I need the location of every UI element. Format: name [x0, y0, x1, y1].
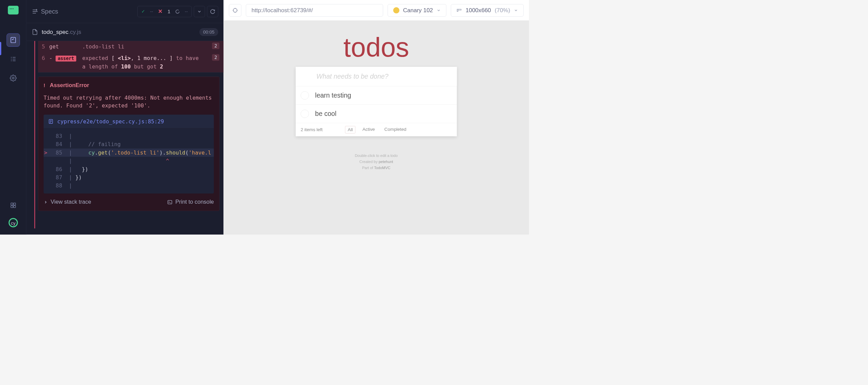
- selector-playground-button[interactable]: [229, 4, 241, 17]
- error-file-link[interactable]: cypress/e2e/todo_spec.cy.js:85:29: [44, 115, 214, 128]
- todo-item[interactable]: be cool: [296, 105, 457, 123]
- fail-indicator: [34, 41, 35, 228]
- reporter-header: Specs ✓-- ✕1 --: [26, 0, 223, 23]
- nav-runs-icon[interactable]: [6, 53, 20, 66]
- print-to-console-link[interactable]: Print to console: [167, 199, 214, 205]
- svg-point-7: [12, 77, 14, 79]
- todos-heading: todos: [234, 32, 519, 63]
- todo-footer: 2 items left All Active Completed: [296, 123, 457, 136]
- new-todo-input[interactable]: [296, 67, 457, 86]
- chevron-down-icon: [514, 8, 518, 12]
- spec-file-row[interactable]: todo_spec.cy.js 00:05: [26, 23, 223, 41]
- pending-count: --: [185, 9, 188, 14]
- todo-checkbox[interactable]: [301, 91, 309, 99]
- fail-icon: ✕: [158, 8, 162, 15]
- file-ext: .cy.js: [68, 28, 81, 35]
- file-icon: [32, 29, 38, 35]
- count-badge: 2: [212, 43, 219, 49]
- todo-list: learn testing be cool: [296, 86, 457, 123]
- command-row[interactable]: 6 - assert expected [ <li>, 1 more... ] …: [38, 53, 223, 73]
- error-title: !AssertionError: [44, 82, 214, 89]
- pass-count: --: [150, 9, 153, 14]
- pass-icon: ✓: [141, 9, 145, 14]
- svg-rect-9: [14, 203, 16, 205]
- svg-point-20: [233, 8, 237, 12]
- error-message: Timed out retrying after 4000ms: Not eno…: [44, 94, 214, 109]
- author-link[interactable]: petehunt: [379, 160, 393, 164]
- viewport-selector[interactable]: 1000x660 (70%): [451, 4, 524, 17]
- browser-selector[interactable]: Canary 102: [388, 4, 447, 17]
- svg-rect-11: [14, 206, 16, 208]
- chevron-right-icon: [44, 200, 48, 204]
- nav-keyboard-icon[interactable]: [6, 199, 20, 212]
- active-indicator: [0, 42, 1, 55]
- filter-all[interactable]: All: [345, 126, 356, 134]
- timer: 00:05: [199, 28, 218, 36]
- cypress-logo-icon[interactable]: cy: [8, 218, 18, 228]
- terminal-icon: [167, 199, 173, 205]
- items-left: 2 items left: [301, 127, 323, 133]
- filter-completed[interactable]: Completed: [382, 126, 409, 134]
- app-viewport: todos learn testing be cool 2 items left…: [223, 21, 529, 235]
- nav-rail: cy: [0, 0, 26, 235]
- reporter-panel: Specs ✓-- ✕1 -- todo_spec.cy.js 00:05: [26, 0, 223, 235]
- project-logo-icon[interactable]: [8, 6, 19, 15]
- url-display[interactable]: http://localhost:62739/#/: [246, 4, 383, 17]
- code-frame: 83| 84| // failing >85| cy.get('.todo-li…: [44, 128, 214, 194]
- file-icon: [48, 119, 54, 124]
- filter-active[interactable]: Active: [360, 126, 377, 134]
- test-status: ✓-- ✕1 --: [137, 6, 192, 17]
- svg-rect-8: [11, 203, 13, 205]
- app-preview-panel: http://localhost:62739/#/ Canary 102 100…: [223, 0, 529, 235]
- command-log: 5 get .todo-list li 2 6 - assert expecte…: [26, 41, 223, 235]
- command-row[interactable]: 5 get .todo-list li 2: [38, 41, 223, 53]
- specs-label[interactable]: Specs: [41, 8, 58, 15]
- assert-badge: assert: [56, 56, 76, 62]
- svg-rect-10: [11, 206, 13, 208]
- error-panel: !AssertionError Timed out retrying after…: [38, 77, 219, 211]
- canary-icon: [393, 7, 399, 13]
- todo-checkbox[interactable]: [301, 110, 309, 118]
- chevron-down-icon: [437, 8, 441, 12]
- todo-app: learn testing be cool 2 items left All A…: [296, 67, 457, 136]
- specs-menu-icon[interactable]: [32, 8, 39, 15]
- nav-settings-icon[interactable]: [6, 72, 20, 85]
- count-badge: 2: [212, 54, 219, 61]
- reload-button[interactable]: [207, 6, 218, 17]
- file-name: todo_spec: [42, 28, 68, 35]
- svg-rect-18: [168, 200, 172, 204]
- ruler-icon: [456, 7, 462, 13]
- fail-count: 1: [167, 8, 170, 14]
- svg-rect-0: [11, 37, 16, 43]
- todo-item[interactable]: learn testing: [296, 86, 457, 105]
- view-stack-trace-link[interactable]: View stack trace: [44, 199, 91, 205]
- warning-icon: !: [44, 82, 45, 88]
- browser-toolbar: http://localhost:62739/#/ Canary 102 100…: [223, 0, 529, 21]
- target-icon: [232, 7, 238, 13]
- app-footer: Double-click to edit a todo Created by p…: [234, 153, 519, 171]
- pending-icon: [175, 9, 180, 14]
- nav-specs-icon[interactable]: [6, 34, 20, 47]
- chevron-down-button[interactable]: [194, 6, 205, 17]
- svg-text:cy: cy: [11, 221, 16, 226]
- todomvc-link[interactable]: TodoMVC: [374, 166, 390, 170]
